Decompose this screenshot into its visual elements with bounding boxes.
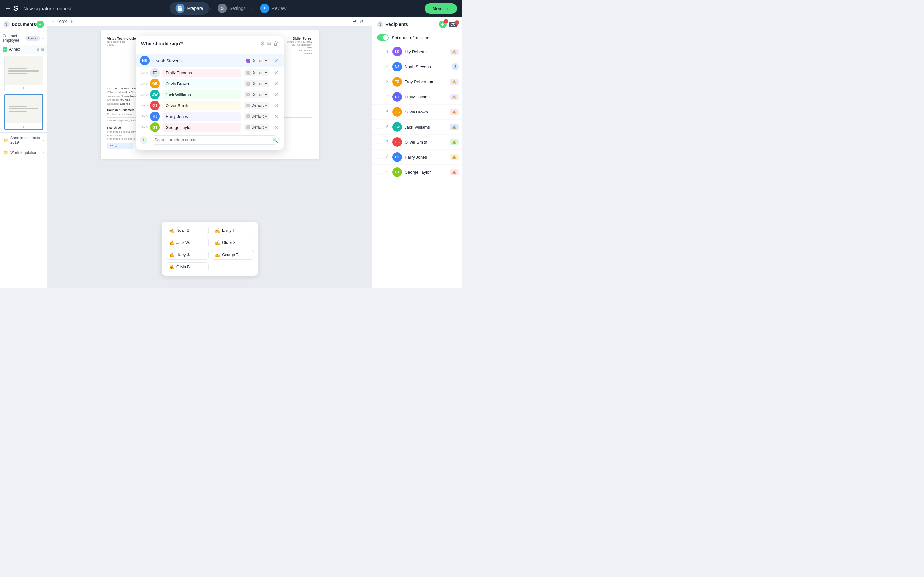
sign-name-george[interactable] xyxy=(162,123,241,132)
sign-name-olivia[interactable] xyxy=(162,79,241,88)
sign-type-noah[interactable]: Default▾ xyxy=(244,57,270,64)
recipient-num-harry: 8 xyxy=(384,155,390,159)
sign-search-input[interactable] xyxy=(150,135,279,145)
sign-connector-4: AND OS Default▾ ✕ xyxy=(136,100,284,111)
doc-company: Virtuo Technologies xyxy=(107,37,137,40)
zoom-in-button[interactable]: + xyxy=(70,19,73,24)
drag-handle-troy[interactable]: ⋮⋮ xyxy=(376,80,382,84)
sig-chip-emily[interactable]: ✍ Emily T. xyxy=(211,226,254,235)
sig-chip-jack[interactable]: ✍ Jack W. xyxy=(166,238,208,247)
cc-badge: + xyxy=(455,20,459,25)
doc-thumb-1[interactable]: 1 xyxy=(5,56,43,91)
sig-chip-harry[interactable]: ✍ Harry J. xyxy=(166,250,208,259)
drag-handle-lily[interactable]: ⋮⋮ xyxy=(376,50,382,53)
drag-handle-noah[interactable]: ⋮⋮ xyxy=(376,65,382,69)
sign-remove-olivia[interactable]: ✕ xyxy=(272,80,280,87)
recipient-row-lily: ⋮⋮ 1 LR Lily Roberts ✍ xyxy=(373,44,462,59)
sign-name-emily[interactable] xyxy=(162,69,241,77)
recipient-row-harry: ⋮⋮ 8 HJ Harry Jones ✍ xyxy=(373,150,462,165)
doc-thumb-img-1 xyxy=(5,56,43,85)
sign-row-noah: NS Default▾ ✕ xyxy=(136,54,284,67)
recipient-row-troy: ⋮⋮ 3 TR Troy Robertson ✍ xyxy=(373,74,462,89)
doc-recipient-addr: Permis n° 04 / 137600223 Rue d'HautevilA… xyxy=(286,40,312,55)
sign-type-george[interactable]: Default▾ xyxy=(244,124,270,131)
add-recipient-button[interactable]: + + xyxy=(439,21,447,28)
recipient-name-emily: Emily Thimas xyxy=(405,95,447,99)
doc-thumbnails: 1 2 xyxy=(0,53,47,132)
sign-avatar-oliver: OS xyxy=(150,101,160,110)
folder-work-regulation[interactable]: 📁 Work regulation › xyxy=(0,147,47,157)
sig-chip-oliver[interactable]: ✍ Oliver S. xyxy=(211,238,254,247)
sign-avatar-jack: JW xyxy=(150,90,160,99)
doc-group-header[interactable]: Contract employee Annexe ▼ xyxy=(0,31,47,45)
doc-thumb-num-1: 1 xyxy=(5,85,43,91)
doc-thumb-2[interactable]: 2 xyxy=(5,94,43,130)
doc-group-name: Contract employee xyxy=(3,34,24,43)
sign-avatar-emily: ET xyxy=(150,68,160,77)
sig-chip-olivia[interactable]: ✍ Olivia B. xyxy=(166,262,208,272)
nav-step-prepare[interactable]: 📄 Prepare xyxy=(170,2,209,15)
sign-modal-copy-button[interactable]: ⧉ xyxy=(267,40,271,47)
drag-handle-george[interactable]: ⋮⋮ xyxy=(376,171,382,174)
sign-name-noah[interactable] xyxy=(152,56,241,65)
sign-modal-delete-button[interactable]: 🗑 xyxy=(273,40,278,47)
sign-remove-emily[interactable]: ✕ xyxy=(272,69,280,77)
settings-icon: ⚙ xyxy=(218,4,227,13)
documents-title: Documents xyxy=(11,22,36,27)
recipients-panel: 3 Recipients + + CC + Set order of recip… xyxy=(372,17,462,288)
sig-chip-name-olivia: Olivia B. xyxy=(176,265,191,269)
and-label-2: AND xyxy=(139,82,148,85)
annex-item: Annex ⧉ 🗑 xyxy=(0,45,47,53)
recipient-avatar-emily: ET xyxy=(393,92,402,102)
doc-thumb-num-2: 2 xyxy=(5,123,42,129)
nav-step-settings[interactable]: ⚙ Settings xyxy=(212,2,252,15)
sig-chip-icon-harry: ✍ xyxy=(169,252,174,258)
sign-name-jack[interactable] xyxy=(162,90,241,99)
zoom-out-button[interactable]: − xyxy=(51,19,54,24)
recipient-row-jack: ⋮⋮ 6 JW Jack Williams ✍ xyxy=(373,119,462,135)
annex-checkbox[interactable] xyxy=(3,47,7,52)
sig-chips-grid: ✍ Noah S. ✍ Emily T. ✍ Jack W. ✍ Oliver … xyxy=(166,226,254,272)
sign-add-icon: + xyxy=(140,136,148,144)
sig-chip-noah[interactable]: ✍ Noah S. xyxy=(166,226,208,235)
sign-type-olivia[interactable]: Default▾ xyxy=(244,80,270,87)
sign-name-harry[interactable] xyxy=(162,112,241,121)
next-button[interactable]: Next → xyxy=(425,3,457,14)
and-label-1: AND xyxy=(139,71,148,74)
annex-copy-icon[interactable]: ⧉ xyxy=(37,47,39,52)
sign-remove-george[interactable]: ✕ xyxy=(272,123,280,131)
nav-back-button[interactable]: ← xyxy=(5,5,11,12)
drag-handle-jack[interactable]: ⋮⋮ xyxy=(376,125,382,129)
sign-remove-noah[interactable]: ✕ xyxy=(272,57,280,64)
sign-modal-gear-button[interactable]: ⚙ xyxy=(260,40,265,47)
sign-remove-jack[interactable]: ✕ xyxy=(272,91,280,98)
drag-handle-harry[interactable]: ⋮⋮ xyxy=(376,155,382,159)
sign-type-emily[interactable]: Default▾ xyxy=(244,69,270,76)
sign-type-oliver[interactable]: Default▾ xyxy=(244,102,270,109)
sign-modal-header: Who should sign? ⚙ ⧉ 🗑 xyxy=(136,36,284,51)
sig-badge-george: ✍ xyxy=(450,169,459,175)
app-logo: S xyxy=(13,4,18,13)
cc-button[interactable]: CC + xyxy=(449,22,457,27)
sign-type-jack[interactable]: Default▾ xyxy=(244,91,270,98)
upload-button[interactable]: ↑ xyxy=(366,19,368,24)
print-button[interactable]: 🖨 xyxy=(352,19,357,24)
sign-remove-harry[interactable]: ✕ xyxy=(272,113,280,120)
copy-button[interactable]: ⧉ xyxy=(360,19,363,24)
sign-remove-oliver[interactable]: ✕ xyxy=(272,102,280,109)
sign-avatar-george: GT xyxy=(150,122,160,132)
recipient-row-noah: ⋮⋮ 2 NS Noah Stevens 2 xyxy=(373,59,462,74)
nav-step-review[interactable]: 👁 Review xyxy=(254,2,292,15)
documents-num: 3 xyxy=(3,21,10,27)
sign-name-oliver[interactable] xyxy=(162,101,241,110)
annex-delete-icon[interactable]: 🗑 xyxy=(41,47,45,52)
folder-annexe-contracts[interactable]: 📁 Annexe contracts 2019 › xyxy=(0,133,47,147)
drag-handle-oliver[interactable]: ⋮⋮ xyxy=(376,140,382,144)
add-document-button[interactable]: + xyxy=(36,21,44,28)
sig-chip-george[interactable]: ✍ George T. xyxy=(211,250,254,259)
doc-toolbar: − 100% + 🖨 ⧉ ↑ xyxy=(47,17,372,27)
drag-handle-emily[interactable]: ⋮⋮ xyxy=(376,95,382,99)
order-toggle-switch[interactable] xyxy=(377,34,389,41)
drag-handle-olivia[interactable]: ⋮⋮ xyxy=(376,110,382,114)
sign-type-harry[interactable]: Default▾ xyxy=(244,113,270,120)
